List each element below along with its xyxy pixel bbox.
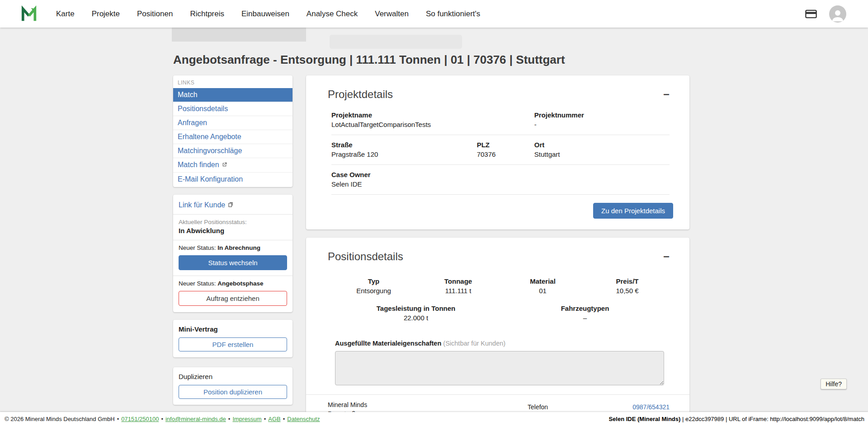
- sidebar-item-label: Match finden: [178, 161, 219, 169]
- copy-icon: [227, 201, 234, 210]
- project-row-name: Projektname LotActualTargetComparisonTes…: [331, 105, 670, 135]
- links-header: LINKS: [173, 75, 292, 88]
- card-icon[interactable]: [805, 8, 817, 20]
- page-title: Angebotsanfrage - Entsorgung | 111.111 T…: [173, 53, 565, 67]
- sidebar-item-matchingvorschlaege[interactable]: Matchingvorschläge: [173, 144, 292, 158]
- duplicate-position-button[interactable]: Position duplizieren: [179, 385, 287, 399]
- help-button[interactable]: Hilfe?: [821, 379, 847, 389]
- current-status-label: Aktueller Positionsstatus:: [179, 219, 287, 225]
- phone-link[interactable]: 0987/654321: [632, 403, 670, 411]
- strasse-label: Straße: [331, 141, 477, 149]
- material-value: 01: [500, 287, 585, 295]
- create-pdf-button[interactable]: PDF erstellen: [179, 337, 287, 351]
- position-summary-row: Typ Entsorgung Tonnage 111.111 t Materia…: [306, 267, 689, 295]
- footer-phone-link[interactable]: 07151/250100: [121, 416, 159, 422]
- duplicate-card: Duplizieren Position duplizieren: [173, 367, 292, 405]
- material-properties-textarea[interactable]: [335, 351, 664, 385]
- project-details-card: Projektdetails − Projektname LotActualTa…: [306, 75, 689, 229]
- change-status-button[interactable]: Status wechseln: [179, 255, 287, 270]
- plz-value: 70376: [477, 150, 534, 158]
- fahrzeugtypen-value: –: [500, 314, 670, 322]
- tagesleistung-label: Tagesleistung in Tonnen: [331, 304, 500, 312]
- duplicate-title: Duplizieren: [179, 373, 287, 380]
- footer-email-link[interactable]: info@mineral-minds.de: [165, 416, 226, 422]
- phone-label: Telefon: [528, 403, 548, 411]
- nav-item-positionen[interactable]: Positionen: [137, 9, 173, 19]
- links-card: LINKS Match Positionsdetails Anfragen Er…: [173, 75, 292, 187]
- plz-label: PLZ: [477, 141, 534, 149]
- tagesleistung-value: 22.000 t: [331, 314, 500, 322]
- material-label: Material: [500, 277, 585, 285]
- projektnummer-label: Projektnummer: [534, 111, 670, 119]
- sidebar-item-match[interactable]: Match: [173, 88, 292, 102]
- footer: © 2026 Mineral Minds Deutschland GmbH • …: [0, 412, 868, 426]
- tonnage-value: 111.111 t: [416, 287, 500, 295]
- projektname-label: Projektname: [331, 111, 477, 119]
- current-status-value: In Abwicklung: [179, 227, 287, 234]
- position-details-card: Positionsdetails − Typ Entsorgung Tonnag…: [306, 238, 689, 426]
- sidebar-item-erhaltene-angebote[interactable]: Erhaltene Angebote: [173, 130, 292, 144]
- status-card: Link für Kunde Aktueller Positionsstatus…: [173, 195, 292, 312]
- external-link-icon: [222, 161, 227, 169]
- strasse-value: Pragstraße 120: [331, 150, 477, 158]
- material-properties-label: Ausgefüllte Materialeigenschaften (Sicht…: [306, 322, 689, 347]
- footer-copyright: © 2026 Mineral Minds Deutschland GmbH: [5, 416, 115, 422]
- customer-link-label: Link für Kunde: [179, 201, 225, 209]
- collapse-toggle[interactable]: −: [660, 88, 672, 101]
- footer-datenschutz-link[interactable]: Datenschutz: [287, 416, 320, 422]
- customer-link[interactable]: Link für Kunde: [179, 197, 287, 214]
- preis-value: 10,50 €: [585, 287, 670, 295]
- mini-contract-title: Mini-Vertrag: [179, 325, 287, 333]
- footer-session-info: Selen IDE (Mineral Minds) | e22dcc397989…: [609, 416, 864, 422]
- skeleton-block: [172, 28, 306, 42]
- footer-impressum-link[interactable]: Impressum: [232, 416, 261, 422]
- nav-item-karte[interactable]: Karte: [56, 9, 75, 19]
- main-content: Projektdetails − Projektname LotActualTa…: [306, 75, 689, 426]
- ort-value: Stuttgart: [534, 150, 670, 158]
- typ-value: Entsorgung: [331, 287, 416, 295]
- material-properties-hint: (Sichtbar für Kunden): [443, 340, 505, 347]
- nav-item-verwalten[interactable]: Verwalten: [375, 9, 409, 19]
- preis-label: Preis/T: [585, 277, 670, 285]
- mini-contract-card: Mini-Vertrag PDF erstellen: [173, 320, 292, 357]
- project-row-address: Straße Pragstraße 120 PLZ 70376 Ort Stut…: [331, 135, 670, 165]
- sidebar: LINKS Match Positionsdetails Anfragen Er…: [173, 75, 292, 426]
- ort-label: Ort: [534, 141, 670, 149]
- sidebar-item-anfragen[interactable]: Anfragen: [173, 116, 292, 130]
- nav-item-einbauweisen[interactable]: Einbauweisen: [241, 9, 289, 19]
- nav-item-so-funktionierts[interactable]: So funktioniert's: [426, 9, 480, 19]
- nav-item-richtpreis[interactable]: Richtpreis: [190, 9, 224, 19]
- projektnummer-value: -: [534, 121, 670, 128]
- projektname-value: LotActualTargetComparisonTests: [331, 121, 477, 128]
- person-icon: [830, 7, 845, 23]
- tonnage-label: Tonnage: [416, 277, 500, 285]
- nav-item-projekte[interactable]: Projekte: [92, 9, 120, 19]
- nav-item-analyse-check[interactable]: Analyse Check: [307, 9, 358, 19]
- case-owner-value: Selen IDE: [331, 180, 477, 188]
- user-avatar[interactable]: [829, 5, 846, 23]
- footer-agb-link[interactable]: AGB: [268, 416, 280, 422]
- contact-company: Mineral Minds: [328, 400, 499, 409]
- position-details-title: Positionsdetails: [328, 250, 403, 263]
- sidebar-item-email-konfiguration[interactable]: E-Mail Konfiguration: [173, 172, 292, 186]
- collapse-toggle[interactable]: −: [660, 250, 672, 263]
- fahrzeugtypen-label: Fahrzeugtypen: [500, 304, 670, 312]
- withdraw-order-button[interactable]: Auftrag entziehen: [179, 291, 287, 306]
- skeleton-block: [330, 35, 462, 49]
- project-details-title: Projektdetails: [328, 88, 393, 101]
- project-row-owner: Case Owner Selen IDE: [331, 165, 670, 195]
- new-status-1: Neuer Status: In Abrechnung: [179, 244, 287, 251]
- to-project-details-button[interactable]: Zu den Projektdetails: [593, 203, 673, 219]
- mineral-minds-logo[interactable]: [20, 5, 39, 23]
- top-navbar: Karte Projekte Positionen Richtpreis Ein…: [0, 0, 868, 28]
- sidebar-item-match-finden[interactable]: Match finden: [173, 158, 292, 172]
- logo-icon: [20, 5, 39, 23]
- new-status-2: Neuer Status: Angebotsphase: [179, 280, 287, 287]
- typ-label: Typ: [331, 277, 416, 285]
- case-owner-label: Case Owner: [331, 171, 477, 178]
- position-secondary-row: Tagesleistung in Tonnen 22.000 t Fahrzeu…: [306, 295, 689, 322]
- sidebar-item-positionsdetails[interactable]: Positionsdetails: [173, 102, 292, 116]
- main-navigation: Karte Projekte Positionen Richtpreis Ein…: [56, 9, 480, 19]
